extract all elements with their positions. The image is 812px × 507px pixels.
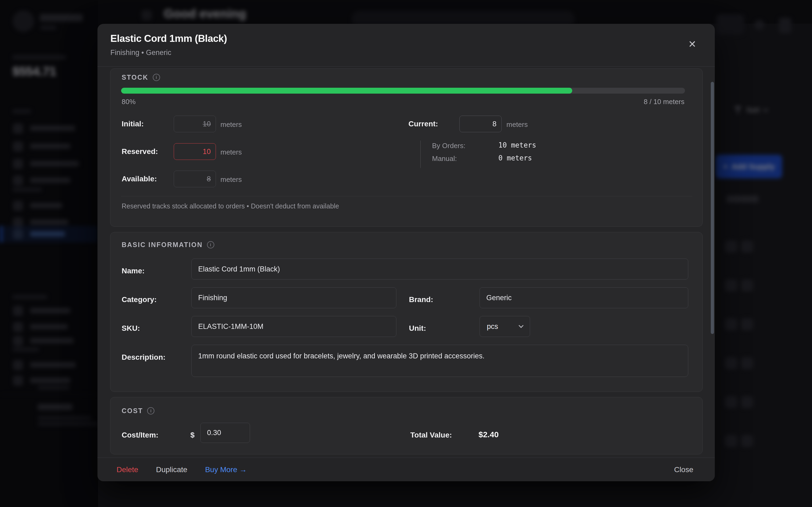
- stock-fraction-label: 8 / 10 meters: [644, 98, 684, 106]
- available-label: Available:: [122, 175, 157, 183]
- info-icon: i: [147, 407, 154, 414]
- stock-section-title: STOCK: [122, 73, 149, 81]
- sku-input[interactable]: [192, 316, 396, 337]
- category-input[interactable]: [192, 287, 396, 308]
- duplicate-button[interactable]: Duplicate: [156, 465, 188, 474]
- description-label: Description:: [122, 353, 165, 361]
- basic-section-header: BASIC INFORMATION i: [122, 241, 214, 249]
- by-orders-label: By Orders:: [432, 142, 465, 150]
- stock-percent-label: 80%: [122, 98, 136, 106]
- current-input[interactable]: [459, 116, 502, 132]
- manual-label: Manual:: [432, 155, 457, 163]
- unit-label: Unit:: [409, 324, 426, 333]
- close-icon[interactable]: ✕: [685, 37, 700, 52]
- modal-body: STOCK i 80% 8 / 10 meters Initial: meter…: [97, 66, 715, 458]
- name-label: Name:: [122, 267, 145, 275]
- delete-button[interactable]: Delete: [116, 465, 138, 474]
- buy-more-button[interactable]: Buy More →: [205, 465, 247, 474]
- basic-information-section: BASIC INFORMATION i Name: Category: Bran…: [110, 232, 703, 392]
- basic-section-title: BASIC INFORMATION: [122, 241, 203, 249]
- modal-header: Elastic Cord 1mm (Black) Finishing • Gen…: [97, 24, 715, 66]
- info-icon: i: [207, 241, 214, 248]
- stock-section-header: STOCK i: [122, 73, 160, 81]
- initial-label: Initial:: [122, 120, 144, 128]
- breakdown-divider: [420, 140, 421, 168]
- current-label: Current:: [408, 120, 438, 128]
- available-input[interactable]: [174, 171, 216, 187]
- supply-detail-modal: Elastic Cord 1mm (Black) Finishing • Gen…: [97, 24, 715, 481]
- reserved-input[interactable]: [174, 143, 216, 160]
- unit-select-value: pcs: [487, 323, 498, 331]
- category-label: Category:: [122, 295, 157, 304]
- stock-progress-fill: [121, 88, 572, 94]
- cost-section-title: COST: [122, 407, 143, 415]
- stock-note-divider: [121, 196, 692, 196]
- modal-footer: Delete Duplicate Buy More → Close: [97, 458, 715, 481]
- reserved-label: Reserved:: [122, 147, 158, 156]
- manual-value: 0 meters: [498, 154, 532, 162]
- cost-per-item-input[interactable]: [200, 423, 250, 443]
- by-orders-value: 10 meters: [498, 141, 536, 149]
- name-input[interactable]: [192, 259, 688, 280]
- currency-symbol: $: [190, 431, 195, 439]
- stock-section: STOCK i 80% 8 / 10 meters Initial: meter…: [110, 68, 703, 227]
- unit-select[interactable]: pcs: [479, 316, 530, 337]
- close-button[interactable]: Close: [674, 465, 693, 474]
- brand-label: Brand:: [409, 295, 433, 304]
- cost-section-header: COST i: [122, 407, 154, 415]
- modal-scrollbar[interactable]: [711, 82, 714, 334]
- initial-input[interactable]: [174, 116, 216, 132]
- total-value: $2.40: [478, 430, 499, 439]
- info-icon: i: [153, 74, 160, 81]
- initial-unit: meters: [220, 120, 242, 129]
- available-unit: meters: [220, 175, 242, 184]
- cost-item-label: Cost/Item:: [122, 431, 158, 439]
- reserved-note: Reserved tracks stock allocated to order…: [122, 202, 339, 210]
- modal-title: Elastic Cord 1mm (Black): [110, 33, 227, 44]
- description-textarea[interactable]: 1mm round elastic cord used for bracelet…: [192, 345, 688, 377]
- cost-section: COST i Cost/Item: $ Total Value: $2.40: [110, 397, 703, 454]
- brand-input[interactable]: [479, 287, 688, 308]
- total-value-label: Total Value:: [410, 431, 452, 439]
- chevron-down-icon: [518, 323, 523, 328]
- current-unit: meters: [506, 120, 528, 129]
- stock-progress-bar: [121, 88, 685, 94]
- reserved-unit: meters: [220, 148, 242, 156]
- modal-subtitle: Finishing • Generic: [110, 49, 171, 57]
- sku-label: SKU:: [122, 324, 140, 333]
